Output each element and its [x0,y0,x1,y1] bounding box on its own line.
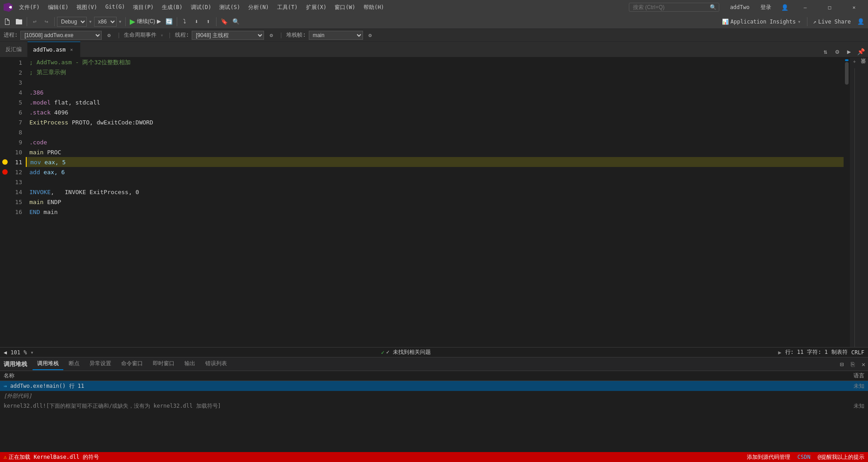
code-line[interactable]: main PROC [26,147,844,157]
step-into-btn[interactable]: ⬇ [191,16,202,27]
code-line[interactable] [26,127,844,137]
code-line[interactable]: mov eax, 5 [26,157,844,167]
login-btn[interactable]: 登录 [757,4,775,11]
tab-split-btn[interactable]: ⇅ [820,46,831,57]
panel-tab-输出[interactable]: 输出 [180,358,200,370]
panel-close-btn[interactable]: ✕ [859,360,868,369]
menu-view[interactable]: 视图(V) [73,3,101,12]
code-line[interactable]: add eax, 6 [26,167,844,177]
person-icon[interactable]: 👤 [778,4,791,11]
thread-settings-btn[interactable]: ⚙ [267,31,276,40]
code-line[interactable]: ; AddTwo.asm - 两个32位整数相加 [26,57,844,67]
process-dropdown[interactable]: [10508] addTwo.exe [20,31,102,40]
editor-main[interactable]: ; AddTwo.asm - 两个32位整数相加; 第三章示例.386.mode… [26,57,844,347]
find-btn[interactable]: 🔍 [231,16,241,27]
menu-project[interactable]: 项目(P) [129,3,157,12]
line-number: 9 [10,137,26,147]
restart-btn[interactable]: 🔄 [164,16,175,27]
live-share-btn[interactable]: ↗ Live Share [810,18,854,26]
tab-close-btn[interactable]: ✕ [68,47,75,53]
menu-window[interactable]: 窗口(W) [331,3,359,12]
menu-tools[interactable]: 工具(T) [274,3,302,12]
menu-debug[interactable]: 调试(D) [187,3,215,12]
menu-git[interactable]: Git(G) [102,3,128,12]
tab-collapse-btn[interactable]: ▶ [844,46,854,57]
process-settings-btn[interactable]: ⚙ [104,31,113,40]
menu-analyze[interactable]: 分析(N) [245,3,273,12]
platform-dropdown[interactable]: x86 [94,17,117,27]
panel-tab-调用堆栈[interactable]: 调用堆栈 [33,358,63,370]
menu-file[interactable]: 文件(F) [15,3,43,12]
menu-extensions[interactable]: 扩展(X) [302,3,330,12]
call-stack-content[interactable]: ⇒ addTwo.exe!main() 行 11未知[外部代码]kernel32… [0,381,868,452]
call-stack-row[interactable]: kernel32.dll![下面的框架可能不正确和/或缺失，没有为 kernel… [0,401,868,411]
scroll-up-btn[interactable] [845,59,849,61]
panel-undock-btn[interactable]: ⎘ [848,360,857,369]
no-problems-status[interactable]: ✓ ✓ 未找到相关问题 [381,348,431,356]
zoom-display[interactable]: 101 % [10,349,27,356]
panel-tab-异常设置[interactable]: 异常设置 [85,358,116,370]
gutter-area [0,57,10,347]
search-sidebar-label[interactable]: 搜索 [860,67,867,68]
app-insights-btn[interactable]: 📊 Application Insights ▾ [718,18,805,26]
open-folder-btn[interactable] [14,16,24,27]
search-input[interactable] [629,3,719,12]
code-line[interactable] [26,77,844,87]
menu-build[interactable]: 生成(B) [158,3,186,12]
code-line[interactable]: ; 第三章示例 [26,67,844,77]
tab-disasm[interactable]: 反汇编 [0,42,28,57]
maximize-button[interactable]: □ [819,0,840,14]
bookmark-btn[interactable]: 🔖 [219,16,230,27]
step-over-btn[interactable]: ⤵ [179,16,190,27]
close-button[interactable]: ✕ [844,0,864,14]
tab-addtwo[interactable]: addTwo.asm ✕ [28,42,80,57]
code-line[interactable]: .code [26,137,844,147]
account-btn[interactable]: 👤 [855,16,866,27]
line-number: 5 [10,97,26,107]
redo-btn[interactable]: ↪ [41,16,52,27]
undo-btn[interactable]: ↩ [29,16,40,27]
csdn-link[interactable]: CSDN [797,454,811,460]
add-to-source-btn[interactable]: 添加到源代码管理 [747,453,790,461]
panel-tab-断点[interactable]: 断点 [64,358,84,370]
code-line[interactable]: main ENDP [26,197,844,207]
code-line[interactable]: .stack 4096 [26,107,844,117]
scroll-left-btn[interactable]: ◀ [4,349,7,356]
stack-settings-btn[interactable]: ⚙ [366,31,375,40]
col-display[interactable]: 字符: 1 [807,348,828,356]
stack-dropdown[interactable]: main [309,31,363,40]
tab-size-display[interactable]: 制表符 [831,348,848,356]
notification-label[interactable]: @提醒我以上的提示 [818,453,864,461]
tab-pin-btn[interactable]: 📌 [855,46,866,57]
code-line[interactable] [26,177,844,187]
new-file-btn[interactable] [2,16,13,27]
panel-tab-错误列表[interactable]: 错误列表 [201,358,231,370]
code-line[interactable]: END main [26,207,844,217]
line-number: 15 [10,197,26,207]
debug-config-dropdown[interactable]: Debug [57,17,87,27]
menu-edit[interactable]: 编辑(E) [44,3,72,12]
code-scroll-area[interactable]: ; AddTwo.asm - 两个32位整数相加; 第三章示例.386.mode… [26,57,844,347]
thread-dropdown[interactable]: [9048] 主线程 [192,31,264,40]
code-line[interactable]: .386 [26,87,844,97]
panel-tab-即时窗口[interactable]: 即时窗口 [148,358,179,370]
tab-settings-btn[interactable]: ⚙ [832,46,843,57]
encoding-display[interactable]: CRLF [851,349,864,356]
add-btn[interactable]: + [851,59,858,66]
scroll-right-btn[interactable]: ▶ [778,349,781,356]
minimize-button[interactable]: — [795,0,816,14]
step-out-btn[interactable]: ⬆ [203,16,214,27]
scroll-thumb[interactable] [845,62,849,85]
code-line[interactable]: .model flat, stdcall [26,97,844,107]
call-stack-row[interactable]: ⇒ addTwo.exe!main() 行 11未知 [0,381,868,391]
call-stack-row[interactable]: [外部代码] [0,391,868,401]
panel-tab-命令窗口[interactable]: 命令窗口 [117,358,147,370]
menu-test[interactable]: 测试(S) [216,3,244,12]
code-line[interactable]: ExitProcess PROTO, dwExitCode:DWORD [26,117,844,127]
code-line[interactable]: INVOKE , INVOKE ExitProcess, 0 [26,187,844,197]
continue-btn[interactable]: ▶ 继续(C) ▶ [128,17,163,26]
panel-float-btn[interactable]: ⊟ [837,360,846,369]
row-col-display[interactable]: 行: 11 [785,348,804,356]
vertical-scrollbar[interactable] [844,57,850,347]
menu-help[interactable]: 帮助(H) [360,3,388,12]
